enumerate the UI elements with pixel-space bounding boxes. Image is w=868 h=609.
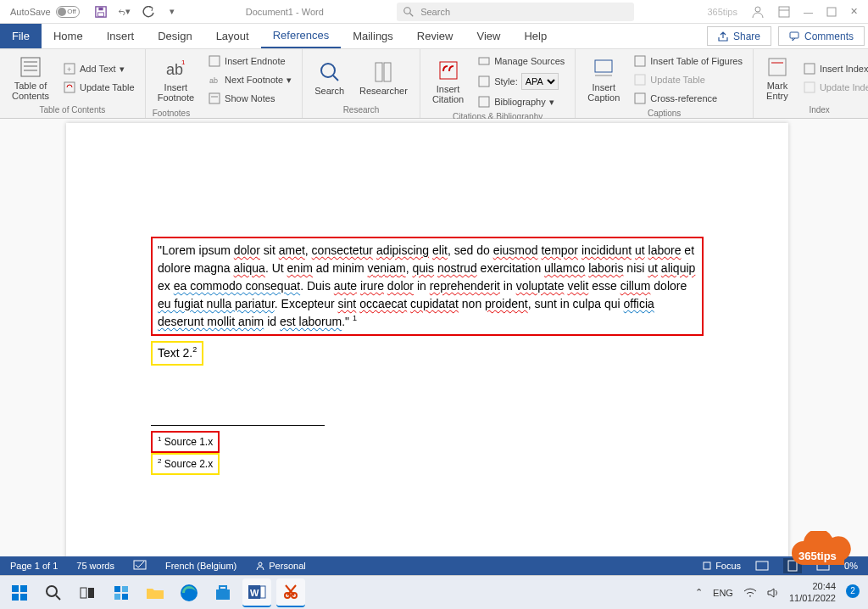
spellcheck-icon[interactable] [133, 560, 147, 572]
tab-home[interactable]: Home [42, 24, 95, 48]
group-citations: Insert Citation Manage Sources Style: AP… [420, 49, 576, 118]
tray-chevron-icon[interactable]: ⌃ [695, 587, 703, 598]
volume-icon[interactable] [767, 587, 779, 599]
researcher-icon [371, 60, 395, 84]
tab-help[interactable]: Help [512, 24, 559, 48]
document-area[interactable]: "Lorem ipsum dolor sit amet, consectetur… [0, 119, 868, 562]
page-content[interactable]: "Lorem ipsum dolor sit amet, consectetur… [66, 123, 788, 475]
store-icon[interactable] [209, 578, 237, 607]
qa-dropdown-icon[interactable]: ▾ [166, 6, 178, 18]
tab-review[interactable]: Review [405, 24, 465, 48]
start-button[interactable] [5, 578, 34, 607]
style-dropdown[interactable]: Style: APA [474, 71, 568, 92]
notifications-icon[interactable]: 2 [846, 584, 863, 601]
wifi-icon[interactable] [743, 587, 757, 599]
show-notes-button[interactable]: Show Notes [204, 90, 295, 107]
snip-icon[interactable] [276, 578, 305, 607]
group-footnotes: ab1 Insert Footnote Insert Endnote abNex… [146, 49, 303, 118]
svg-rect-46 [756, 562, 768, 570]
manage-sources-icon [477, 54, 491, 68]
maximize-icon[interactable] [826, 7, 837, 17]
redo-icon[interactable] [142, 6, 154, 18]
update-table-button[interactable]: Update Table [59, 79, 138, 96]
svg-point-5 [755, 7, 760, 12]
close-icon[interactable]: ✕ [850, 6, 858, 17]
tab-design[interactable]: Design [146, 24, 203, 48]
researcher-button[interactable]: Researcher [354, 59, 413, 98]
tab-view[interactable]: View [465, 24, 512, 48]
next-footnote-button[interactable]: abNext Footnote ▾ [204, 71, 295, 88]
tab-file[interactable]: File [0, 24, 42, 48]
svg-text:W: W [250, 588, 259, 598]
insert-footnote-button[interactable]: ab1 Insert Footnote [153, 55, 199, 104]
table-of-contents-button[interactable]: Table of Contents [7, 53, 54, 103]
footnote-2[interactable]: 2 Source 2.x [151, 453, 220, 475]
widgets-icon[interactable] [107, 578, 136, 607]
word-icon[interactable]: W [242, 578, 271, 607]
svg-rect-62 [122, 594, 128, 600]
svg-rect-36 [769, 59, 786, 75]
share-button[interactable]: Share [707, 26, 771, 46]
user-icon[interactable] [751, 5, 765, 19]
paragraph-2-text[interactable]: Text 2. [158, 346, 192, 360]
explorer-icon[interactable] [141, 578, 170, 607]
footnote-ref-1[interactable]: 1 [353, 314, 357, 322]
focus-button[interactable]: Focus [702, 561, 741, 571]
tab-layout[interactable]: Layout [204, 24, 261, 48]
autosave-toggle[interactable]: AutoSave [10, 6, 80, 18]
edge-icon[interactable] [175, 578, 203, 607]
bibliography-button[interactable]: Bibliography ▾ [474, 93, 568, 110]
svg-rect-2 [98, 7, 103, 10]
tray-language[interactable]: ENG [713, 588, 733, 598]
mark-entry-button[interactable]: Mark Entry [760, 53, 794, 103]
read-mode-icon[interactable] [753, 558, 771, 573]
svg-rect-57 [81, 588, 86, 598]
insert-footnote-label: Insert Footnote [158, 82, 194, 103]
caption-icon [592, 57, 615, 81]
minimize-icon[interactable]: — [804, 7, 813, 17]
undo-icon[interactable]: ▾ [119, 6, 131, 18]
add-text-button[interactable]: +Add Text ▾ [59, 60, 138, 77]
insert-citation-button[interactable]: Insert Citation [427, 57, 469, 106]
insert-caption-button[interactable]: Insert Caption [582, 55, 625, 104]
insert-endnote-button[interactable]: Insert Endnote [204, 53, 295, 70]
share-label: Share [733, 31, 760, 42]
style-icon [477, 75, 491, 88]
insert-index-button[interactable]: Insert Index [799, 60, 868, 77]
update-captions-table-button[interactable]: Update Table [630, 71, 746, 88]
search-taskbar-icon[interactable] [39, 578, 68, 607]
svg-text:365tips: 365tips [798, 550, 837, 562]
search-button[interactable]: Search [309, 59, 349, 98]
svg-rect-9 [790, 32, 798, 38]
comments-button[interactable]: Comments [778, 26, 865, 46]
footnote-ref-2[interactable]: 2 [192, 345, 197, 354]
status-page[interactable]: Page 1 of 1 [10, 561, 58, 571]
paragraph-1-text[interactable]: "Lorem ipsum dolor sit amet, consectetur… [158, 243, 695, 328]
tab-insert[interactable]: Insert [95, 24, 147, 48]
update-index-button[interactable]: Update Index [799, 79, 868, 96]
svg-rect-59 [114, 586, 120, 592]
status-words[interactable]: 75 words [76, 561, 114, 571]
tab-mailings[interactable]: Mailings [341, 24, 405, 48]
svg-rect-26 [384, 63, 391, 81]
comments-label: Comments [804, 31, 854, 42]
tab-references[interactable]: References [261, 24, 341, 48]
window-options-icon[interactable] [778, 6, 790, 18]
footnote-1[interactable]: 1 Source 1.x [151, 431, 220, 453]
manage-sources-button[interactable]: Manage Sources [474, 53, 568, 70]
personal-status[interactable]: Personal [255, 561, 305, 571]
status-language[interactable]: French (Belgium) [165, 561, 236, 571]
search-box[interactable]: Search [397, 3, 634, 21]
svg-rect-10 [21, 58, 40, 76]
task-view-icon[interactable] [73, 578, 102, 607]
toggle-off-icon[interactable] [56, 6, 80, 18]
save-icon[interactable] [95, 6, 107, 18]
tray-clock[interactable]: 20:44 11/01/2022 [789, 581, 836, 603]
svg-rect-51 [12, 585, 19, 592]
group-research-label: Research [309, 103, 413, 115]
svg-rect-33 [635, 56, 645, 66]
style-select[interactable]: APA [521, 73, 559, 90]
svg-line-24 [333, 75, 338, 81]
insert-figures-table-button[interactable]: Insert Table of Figures [630, 53, 746, 70]
cross-reference-button[interactable]: Cross-reference [630, 90, 746, 107]
